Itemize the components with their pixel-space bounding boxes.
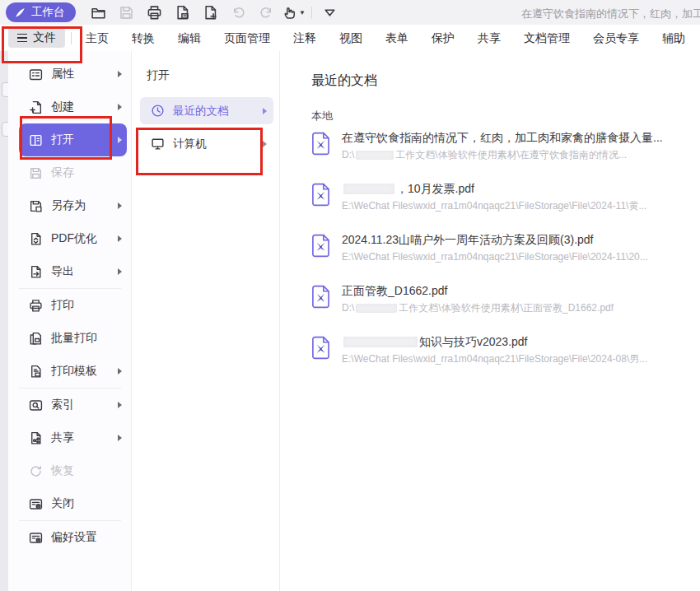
printer-icon: [147, 5, 162, 21]
ribbon-tab[interactable]: 文档管理: [512, 26, 581, 51]
recent-file-item[interactable]: 2024.11.23山喵户外一周年活动方案及回顾(3).pdfE:\WeChat…: [311, 232, 700, 264]
undo-button: [224, 0, 252, 25]
pdf-file-icon: [311, 336, 330, 366]
restore-icon: [29, 464, 43, 478]
ribbon-tab[interactable]: 页面管理: [212, 26, 282, 51]
open-submenu-panel: 打开 最近的文档计算机: [132, 51, 280, 591]
submenu-arrow-icon: [118, 402, 122, 408]
file-info: 2024.11.23山喵户外一周年活动方案及回顾(3).pdfE:\WeChat…: [342, 232, 648, 264]
workbench-button[interactable]: 工作台: [6, 2, 76, 22]
recent-file-item[interactable]: 正面管教_D1662.pdfD:\工作文档\体验软件使用素材\正面管教_D166…: [311, 283, 700, 315]
ribbon-tab[interactable]: 转换: [120, 26, 166, 51]
open-panel-item-label: 最近的文档: [173, 104, 229, 119]
file-path: D:\工作文档\体验软件使用素材\正面管教_D1662.pdf: [342, 301, 614, 315]
recent-documents-panel: 最近的文档 本地 在遵守饮食指南的情况下，红肉，加工肉和家禽的膳食摄入量...D…: [280, 51, 700, 591]
folder-open-icon: [91, 5, 106, 21]
file-menu-item[interactable]: 打印: [19, 289, 127, 322]
open-panel-item[interactable]: 计算机: [140, 130, 273, 157]
redacted-text: [343, 337, 418, 347]
chevron-down-icon: [322, 5, 338, 21]
submenu-arrow-icon: [118, 368, 122, 375]
file-menu-item[interactable]: 打印模板: [19, 355, 127, 388]
ribbon-tab[interactable]: 编辑: [166, 26, 212, 51]
file-menu-item[interactable]: PDF优化: [19, 222, 127, 255]
file-info: 正面管教_D1662.pdfD:\工作文档\体验软件使用素材\正面管教_D166…: [342, 283, 614, 315]
file-menu-item[interactable]: 关闭: [19, 487, 127, 520]
file-title: ，10月发票.pdf: [342, 181, 646, 197]
props-icon: [29, 67, 43, 81]
printtpl-icon: [29, 365, 43, 379]
open-icon: [29, 133, 43, 147]
toolbar-separator: [311, 7, 312, 19]
floppy-icon: [29, 166, 43, 180]
file-menu-item[interactable]: 批量打印: [19, 322, 127, 355]
ribbon-tab[interactable]: 视图: [328, 26, 374, 51]
page-add-icon: [203, 5, 218, 21]
file-menu-item-label: 共享: [51, 430, 74, 445]
file-title: 正面管教_D1662.pdf: [342, 283, 614, 299]
ribbon-tab[interactable]: 共享: [466, 26, 512, 51]
batchprint-icon: [29, 332, 43, 346]
file-menu-item-label: 批量打印: [51, 331, 97, 346]
recent-documents-title: 最近的文档: [311, 72, 377, 90]
underlying-sidebar-strip: [0, 51, 8, 591]
file-path: D:\工作文档\体验软件使用素材\在遵守饮食指南的情况...: [342, 148, 663, 162]
optimize-icon: [29, 232, 43, 246]
file-menu-item[interactable]: 属性: [19, 58, 127, 91]
open-panel-item-label: 计算机: [173, 137, 207, 151]
printer-icon: [29, 299, 43, 313]
redacted-text: [356, 151, 394, 160]
page-remove-button[interactable]: [168, 0, 196, 25]
recent-file-item[interactable]: 知识与技巧v2023.pdfE:\WeChat Files\wxid_rra1m…: [311, 334, 700, 366]
file-menu-button[interactable]: 文件: [8, 28, 65, 48]
local-section-label: 本地: [311, 109, 333, 123]
pdf-file-icon: [311, 234, 330, 264]
recent-file-item[interactable]: ，10月发票.pdfE:\WeChat Files\wxid_rra1m04nq…: [311, 181, 700, 213]
monitor-icon: [151, 137, 165, 151]
hand-icon: [282, 5, 298, 21]
pdf-file-icon: [311, 132, 330, 162]
file-menu-item[interactable]: 共享: [19, 421, 127, 454]
submenu-arrow-icon: [118, 268, 122, 275]
ribbon-tab[interactable]: 主页: [74, 26, 120, 51]
file-path: E:\WeChat Files\wxid_rra1m04nqaqc21\File…: [342, 250, 648, 264]
submenu-arrow-icon: [263, 141, 267, 147]
file-menu-item-label: 打印模板: [51, 364, 97, 379]
page-add-button[interactable]: [196, 0, 224, 25]
export-icon: [29, 265, 43, 279]
ribbon-tab[interactable]: 表单: [374, 26, 420, 51]
submenu-arrow-icon: [118, 71, 122, 77]
file-menu-item-label: 打印: [51, 298, 74, 313]
file-menu-item-label: 导出: [51, 264, 74, 279]
ribbon-tab[interactable]: 保护: [420, 26, 466, 51]
print-button[interactable]: [140, 0, 168, 25]
file-title: 知识与技巧v2023.pdf: [342, 334, 647, 350]
ribbon-tab[interactable]: 会员专享: [581, 26, 651, 51]
recent-file-item[interactable]: 在遵守饮食指南的情况下，红肉，加工肉和家禽的膳食摄入量...D:\工作文档\体验…: [311, 130, 700, 162]
file-menu-item[interactable]: 打开: [19, 123, 127, 156]
menu-divider: [71, 32, 72, 44]
file-path: E:\WeChat Files\wxid_rra1m04nqaqc21\File…: [342, 352, 647, 366]
file-menu-item-label: 打开: [51, 133, 74, 147]
hand-tool-button[interactable]: ▼: [280, 0, 308, 25]
open-panel-item[interactable]: 最近的文档: [140, 97, 273, 124]
file-menu-item[interactable]: 另存为: [19, 189, 127, 222]
file-menu-item-label: PDF优化: [51, 231, 97, 246]
file-menu-item[interactable]: 创建: [19, 91, 127, 123]
ribbon-tab[interactable]: 辅助: [651, 26, 697, 51]
file-menu-item: 保存: [19, 156, 127, 189]
pdf-file-icon: [311, 183, 330, 213]
file-menu-item[interactable]: 导出: [19, 255, 127, 288]
file-menu-panel: 属性创建打开保存另存为PDF优化导出打印批量打印打印模板索引共享恢复关闭偏好设置: [8, 51, 132, 591]
more-tools-button[interactable]: [315, 0, 343, 25]
create-icon: [29, 100, 43, 114]
redacted-text: [343, 184, 394, 194]
menu-bar: 文件 主页转换编辑页面管理注释视图表单保护共享文档管理会员专享辅助: [0, 25, 700, 52]
file-menu-item[interactable]: 索引: [19, 389, 127, 421]
file-menu-item[interactable]: 偏好设置: [19, 521, 127, 554]
open-file-button[interactable]: [84, 0, 112, 25]
open-panel-title: 打开: [147, 68, 170, 83]
prefs-icon: [29, 531, 43, 545]
submenu-arrow-icon: [118, 435, 122, 441]
ribbon-tab[interactable]: 注释: [282, 26, 328, 51]
